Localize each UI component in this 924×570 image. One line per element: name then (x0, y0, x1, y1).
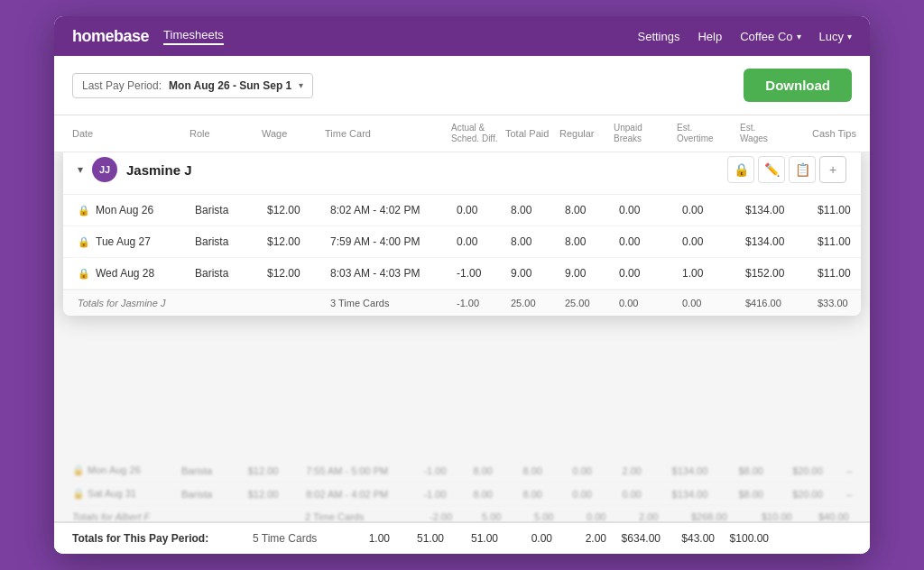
albert-row-0: 🔒 Mon Aug 26 Barista $12.00 7:55 AM - 5:… (72, 459, 852, 483)
jasmine-header: ▾ JJ Jasmine J 🔒 ✏️ 📋 + (63, 152, 861, 195)
copy-action-icon[interactable]: 📋 (789, 156, 816, 183)
nav-help[interactable]: Help (698, 30, 722, 43)
row-lock-icon-1: 🔒 (78, 236, 90, 248)
jasmine-avatar: JJ (92, 157, 117, 182)
jasmine-actions: 🔒 ✏️ 📋 + (727, 156, 846, 183)
nav-user[interactable]: Lucy ▾ (819, 30, 852, 43)
nav-company[interactable]: Coffee Co ▾ (740, 30, 800, 43)
col-timecard: Time Card (325, 128, 451, 139)
company-dropdown-icon: ▾ (797, 32, 801, 41)
col-est-overtime: Est.Overtime (677, 123, 740, 144)
edit-action-icon[interactable]: ✏️ (758, 156, 785, 183)
period-totals-cards: 5 Time Cards (253, 532, 343, 545)
download-button[interactable]: Download (744, 69, 852, 102)
col-headers: Date Role Wage Time Card Actual &Sched. … (54, 115, 870, 152)
col-date: Date (72, 128, 189, 139)
row-date-2: 🔒 Wed Aug 28 (78, 267, 195, 280)
table-row: 🔒 Tue Aug 27 Barista $12.00 7:59 AM - 4:… (63, 226, 861, 258)
pay-period-select[interactable]: Last Pay Period: Mon Aug 26 - Sun Sep 1 … (72, 73, 313, 98)
nav-right: Settings Help Coffee Co ▾ Lucy ▾ (638, 30, 853, 43)
table-row: 🔒 Mon Aug 26 Barista $12.00 8:02 AM - 4:… (63, 195, 861, 226)
jasmine-name: Jasmine J (126, 162, 192, 178)
pay-period-dropdown-icon: ▾ (299, 80, 303, 90)
jasmine-card: ▾ JJ Jasmine J 🔒 ✏️ 📋 + 🔒 Mon Aug (63, 152, 861, 316)
row-date-0: 🔒 Mon Aug 26 (78, 204, 195, 216)
browser-window: homebase Timesheets Settings Help Coffee… (54, 16, 870, 554)
row-lock-icon-0: 🔒 (78, 205, 90, 216)
col-total-paid: Total Paid (505, 128, 559, 139)
lock-action-icon[interactable]: 🔒 (727, 156, 754, 183)
albert-section-blurred: 🔒 Mon Aug 26 Barista $12.00 7:55 AM - 5:… (54, 459, 870, 528)
col-cash-tips: Cash Tips (812, 128, 870, 139)
table-area: ▾ JJ Jasmine J 🔒 ✏️ 📋 + 🔒 Mon Aug (54, 152, 870, 554)
table-row: 🔒 Wed Aug 28 Barista $12.00 8:03 AM - 4:… (63, 258, 861, 290)
nav-bar: homebase Timesheets Settings Help Coffee… (54, 16, 870, 56)
period-totals-bar: Totals for This Pay Period: 5 Time Cards… (54, 521, 870, 554)
col-role: Role (189, 128, 262, 139)
pay-period-label: Last Pay Period: (82, 79, 162, 92)
main-content: Last Pay Period: Mon Aug 26 - Sun Sep 1 … (54, 56, 870, 554)
row-date-1: 🔒 Tue Aug 27 (78, 235, 195, 248)
nav-timesheets[interactable]: Timesheets (163, 28, 224, 45)
row-lock-icon-2: 🔒 (78, 268, 90, 280)
col-wage: Wage (262, 128, 325, 139)
jasmine-totals-row: Totals for Jasmine J 3 Time Cards -1.00 … (63, 290, 861, 316)
add-action-icon[interactable]: + (819, 156, 846, 183)
nav-settings[interactable]: Settings (638, 30, 680, 43)
toolbar: Last Pay Period: Mon Aug 26 - Sun Sep 1 … (54, 56, 870, 115)
nav-logo: homebase (72, 27, 149, 46)
pay-period-value: Mon Aug 26 - Sun Sep 1 (169, 79, 291, 92)
col-regular: Regular (559, 128, 614, 139)
period-totals-values: 1.00 51.00 51.00 0.00 2.00 $634.00 $43.0… (343, 532, 852, 545)
jasmine-collapse-toggle[interactable]: ▾ (78, 163, 83, 176)
col-actual-sched: Actual &Sched. Diff. (451, 123, 505, 144)
user-dropdown-icon: ▾ (847, 32, 852, 41)
col-unpaid-breaks: UnpaidBreaks (614, 123, 677, 144)
period-totals-label: Totals for This Pay Period: (72, 532, 253, 545)
col-est-wages: Est.Wages (740, 123, 812, 144)
albert-row-1: 🔒 Sat Aug 31 Barista $12.00 8:02 AM - 4:… (72, 483, 852, 506)
